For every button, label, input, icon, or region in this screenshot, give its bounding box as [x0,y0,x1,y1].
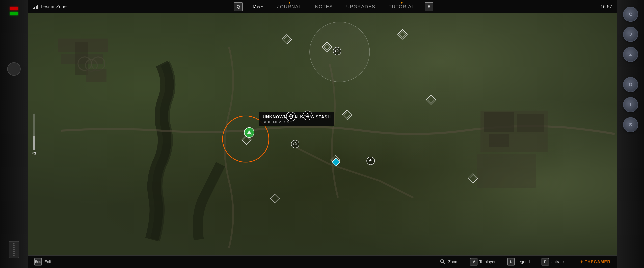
zoom-indicator: ×3 [32,113,36,155]
tab-tutorial[interactable]: Tutorial [389,3,414,10]
l-key[interactable]: L [507,258,515,266]
bottom-bar: Esc Exit Zoom V To player L [28,256,617,268]
slot-dot [13,247,14,249]
indicator-red [10,7,18,10]
untrack-label: Untrack [550,260,564,264]
right-btn-s[interactable]: S [623,117,638,132]
marker-5[interactable] [343,111,351,119]
marker-9[interactable] [271,194,279,203]
svg-line-30 [443,262,445,264]
right-btn-o[interactable]: O [623,77,638,92]
indicators [10,7,18,15]
svg-point-27 [308,115,309,115]
zoom-fill [33,136,35,150]
svg-rect-1 [61,54,103,64]
zoom-label: Zoom [448,260,458,264]
zoom-level: ×3 [32,151,36,155]
tab-upgrades[interactable]: Upgrades [346,3,375,10]
signal-bar-4 [37,5,38,9]
tab-notes[interactable]: Notes [315,3,333,10]
mission-title: UNKNOWN STALKER'S STASH [263,114,331,120]
svg-rect-6 [86,69,106,82]
slot-dot [13,251,14,252]
left-knob [7,62,21,76]
clock: 16:57 [600,4,612,9]
marker-8[interactable] [469,174,477,183]
indicator-green [10,12,18,15]
marker-4[interactable] [427,95,435,104]
brand-icon: ✦ [580,259,584,265]
journal-dot [289,2,290,3]
key-e-button[interactable]: E [425,2,433,11]
signal-icon [33,4,38,9]
tab-map[interactable]: Map [253,3,264,10]
to-player-label: To player [479,260,496,264]
zoom-action: Zoom [440,259,464,265]
radiation-symbol [293,142,298,146]
svg-point-13 [295,144,296,145]
nav-tabs: Map Journal Notes Upgrades Tutorial [253,3,414,10]
legend-label: Legend [516,260,530,264]
svg-point-5 [92,57,105,70]
radiation-marker-1[interactable] [333,47,341,55]
svg-point-3 [78,57,92,70]
exit-label: Exit [44,260,51,264]
marker-3[interactable] [323,43,331,51]
radiation-marker-3[interactable] [366,157,375,165]
slot-dot [13,249,14,250]
zoom-icon [440,259,446,265]
svg-point-4 [86,59,97,71]
tab-journal[interactable]: Journal [277,3,302,10]
top-bar-left: Lesser Zone [33,4,67,9]
brand-text: THEGAMER [585,260,610,264]
f-key[interactable]: F [542,258,549,266]
svg-marker-28 [247,130,252,135]
radiation-symbol [335,49,340,53]
svg-point-29 [440,260,444,263]
top-bar: Lesser Zone Q Map Journal Notes Upgrades… [28,0,617,13]
map-container[interactable]: UNKNOWN STALKER'S STASH SIDE MISSION ×3 [28,13,617,256]
svg-rect-11 [477,154,536,188]
magnifier-icon [440,259,446,265]
top-bar-center: Q Map Journal Notes Upgrades Tutorial E [234,2,433,11]
zoom-bar [33,113,35,150]
mission-marker-2[interactable] [303,111,312,120]
slot-dot [13,255,14,256]
special-marker[interactable] [333,159,339,165]
svg-rect-10 [489,134,509,147]
legend-action: L Legend [507,258,535,266]
key-q-button[interactable]: Q [234,2,243,11]
radiation-marker-2[interactable] [291,140,299,148]
left-panel [0,0,28,268]
svg-rect-7 [480,111,548,152]
v-key[interactable]: V [470,258,478,266]
svg-point-26 [306,115,308,115]
skull-icon [305,113,310,118]
marker-2[interactable] [398,30,407,38]
zone-name: Lesser Zone [41,4,67,9]
bottom-right: Zoom V To player L Legend F Untrack ✦ TH… [440,258,610,266]
right-btn-c[interactable]: C [623,7,638,22]
marker-1[interactable] [282,35,291,43]
svg-point-16 [290,116,291,117]
svg-rect-2 [75,42,88,75]
slot-dot [13,245,14,246]
radiation-symbol [368,158,373,163]
mission-subtitle: SIDE MISSION [263,120,331,124]
right-btn-sigma[interactable]: Σ [623,47,638,62]
right-btn-i[interactable]: I [623,97,638,112]
main-content: Lesser Zone Q Map Journal Notes Upgrades… [28,0,617,268]
svg-rect-8 [484,112,514,132]
signal-bar-1 [33,8,34,9]
branding: ✦ THEGAMER [580,259,610,265]
mission-marker-1[interactable] [286,112,296,121]
tutorial-dot [401,2,402,3]
esc-key[interactable]: Esc [34,258,42,266]
mission-tooltip: UNKNOWN STALKER'S STASH SIDE MISSION [259,112,334,126]
svg-point-14 [370,160,371,161]
svg-rect-0 [58,38,108,52]
right-btn-j[interactable]: J [623,27,638,42]
slot-dot [13,253,14,254]
right-panel: C J Σ O I S [617,0,644,268]
to-player-action: V To player [470,258,500,266]
